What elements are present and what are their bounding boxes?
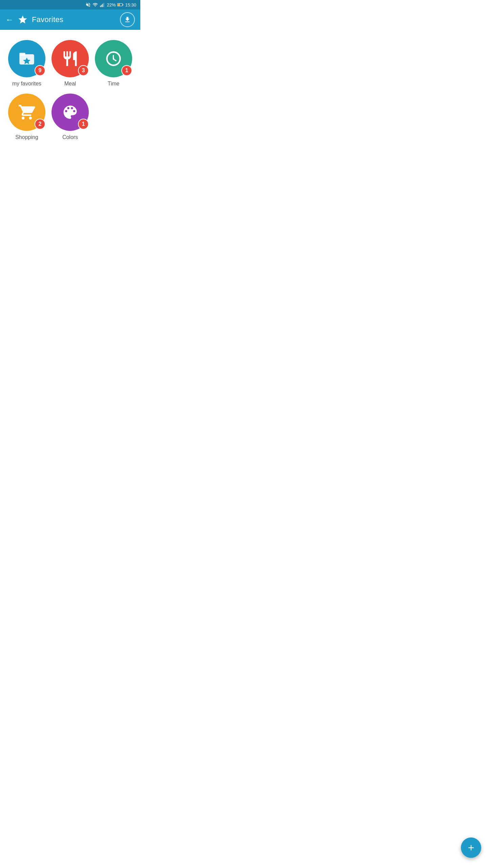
battery-icon [117,3,123,7]
circle-wrapper-meal: 3 [52,40,89,77]
signal-icon [100,2,105,7]
time-text: 15:30 [125,2,136,7]
star-icon [18,15,28,25]
mute-icon [85,2,91,7]
app-bar: ← Favorites [0,9,140,30]
badge-my-favorites: 9 [35,65,45,76]
category-item-time[interactable]: 1 Time [94,40,134,87]
folder-star-icon [18,50,36,67]
circle-wrapper-shopping: 2 [8,94,45,131]
circle-wrapper-my-favorites: 9 [8,40,45,77]
app-bar-left: ← Favorites [5,15,63,25]
svg-rect-9 [19,53,25,56]
svg-rect-0 [100,6,101,7]
svg-rect-3 [104,3,104,7]
category-label-colors: Colors [62,134,78,140]
category-item-colors[interactable]: 1 Colors [50,94,90,140]
status-icons: 22% 15:30 [85,2,136,7]
page-title: Favorites [32,15,63,24]
svg-rect-1 [101,5,102,7]
circle-wrapper-colors: 1 [52,94,89,131]
cart-icon [18,103,36,121]
svg-rect-2 [102,4,103,7]
category-item-my-favorites[interactable]: 9 my favorites [7,40,47,87]
category-item-meal[interactable]: 3 Meal [50,40,90,87]
categories-grid: 9 my favorites 3 Meal 1 T [0,30,140,147]
download-icon [124,16,131,23]
badge-time: 1 [121,65,132,76]
category-label-meal: Meal [64,81,76,87]
badge-shopping: 2 [35,119,45,130]
wifi-icon [93,2,98,7]
category-item-shopping[interactable]: 2 Shopping [7,94,47,140]
download-button[interactable] [120,12,135,27]
status-bar: 22% 15:30 [0,0,140,9]
svg-line-7 [119,3,120,6]
cutlery-icon [61,50,79,67]
badge-meal: 3 [78,65,89,76]
category-label-time: Time [108,81,120,87]
svg-point-11 [113,58,114,59]
palette-icon [61,103,79,121]
circle-wrapper-time: 1 [95,40,132,77]
badge-colors: 1 [78,119,89,130]
category-label-shopping: Shopping [15,134,38,140]
category-label-my-favorites: my favorites [12,81,41,87]
back-button[interactable]: ← [5,15,14,24]
svg-rect-5 [123,4,124,5]
clock-icon [105,50,122,67]
battery-text: 22% [107,2,116,7]
